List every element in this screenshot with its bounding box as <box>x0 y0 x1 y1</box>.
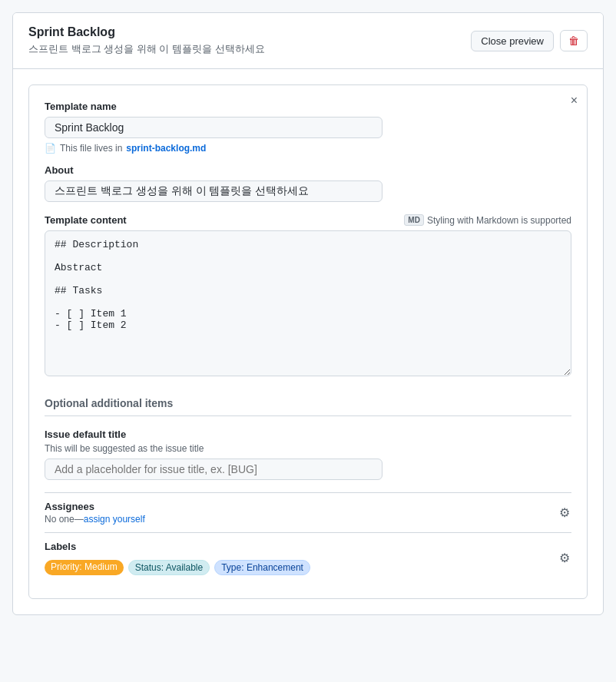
label-priority-badge: Priority: Medium <box>45 560 124 575</box>
header-left: Sprint Backlog 스프린트 백로그 생성을 위해 이 템플릿을 선택… <box>28 25 265 56</box>
about-label: About <box>45 164 571 176</box>
labels-label: Labels <box>45 541 310 552</box>
content-label: Template content <box>45 214 127 226</box>
template-name-label: Template name <box>45 101 571 112</box>
file-link[interactable]: sprint-backlog.md <box>126 143 206 154</box>
issue-title-input[interactable] <box>45 459 383 480</box>
file-hint-prefix: This file lives in <box>60 143 122 154</box>
labels-badges: Priority: Medium Status: Available Type:… <box>45 560 310 575</box>
page-title: Sprint Backlog <box>28 25 265 39</box>
content-area: × Template name 📄 This file lives in spr… <box>13 69 603 614</box>
issue-title-label: Issue default title <box>45 429 571 440</box>
file-hint: 📄 This file lives in sprint-backlog.md <box>45 143 571 154</box>
labels-gear-button[interactable]: ⚙ <box>558 549 571 567</box>
close-card-button[interactable]: × <box>571 94 578 107</box>
delete-template-button[interactable]: 🗑 <box>560 30 588 51</box>
textarea-wrapper: ## Description Abstract ## Tasks - [ ] I… <box>45 230 571 379</box>
labels-row: Labels Priority: Medium Status: Availabl… <box>45 532 571 583</box>
page-subtitle: 스프린트 백로그 생성을 위해 이 템플릿을 선택하세요 <box>28 42 265 56</box>
issue-title-group: Issue default title This will be suggest… <box>45 429 571 480</box>
md-badge: MD <box>404 214 424 226</box>
assign-yourself-link[interactable]: assign yourself <box>84 514 145 525</box>
assignees-left: Assignees No one—assign yourself <box>45 501 145 525</box>
markdown-hint-text: Styling with Markdown is supported <box>427 215 571 226</box>
labels-left: Labels Priority: Medium Status: Availabl… <box>45 541 310 575</box>
label-status-badge: Status: Available <box>128 560 210 575</box>
markdown-hint: MD Styling with Markdown is supported <box>404 214 571 226</box>
assignees-row: Assignees No one—assign yourself ⚙ <box>45 492 571 532</box>
template-content-textarea[interactable]: ## Description Abstract ## Tasks - [ ] I… <box>45 230 571 376</box>
assignees-gear-button[interactable]: ⚙ <box>558 504 571 521</box>
template-content-section: Template content MD Styling with Markdow… <box>45 214 571 379</box>
file-icon: 📄 <box>45 143 56 154</box>
assignees-value: No one—assign yourself <box>45 514 145 525</box>
about-input[interactable] <box>45 180 383 202</box>
page-header: Sprint Backlog 스프린트 백로그 생성을 위해 이 템플릿을 선택… <box>13 13 603 69</box>
page-wrapper: Sprint Backlog 스프린트 백로그 생성을 위해 이 템플릿을 선택… <box>12 12 604 615</box>
issue-title-hint: This will be suggested as the issue titl… <box>45 443 571 454</box>
trash-icon: 🗑 <box>568 35 579 47</box>
assignees-label: Assignees <box>45 501 145 512</box>
optional-section: Optional additional items Issue default … <box>45 397 571 583</box>
optional-title: Optional additional items <box>45 397 571 416</box>
label-type-badge: Type: Enhancement <box>214 560 310 575</box>
close-preview-button[interactable]: Close preview <box>471 31 554 51</box>
template-card: × Template name 📄 This file lives in spr… <box>28 84 588 599</box>
about-section: About <box>45 164 571 202</box>
header-right: Close preview 🗑 <box>471 30 588 51</box>
template-name-input[interactable] <box>45 117 383 138</box>
template-content-header: Template content MD Styling with Markdow… <box>45 214 571 226</box>
